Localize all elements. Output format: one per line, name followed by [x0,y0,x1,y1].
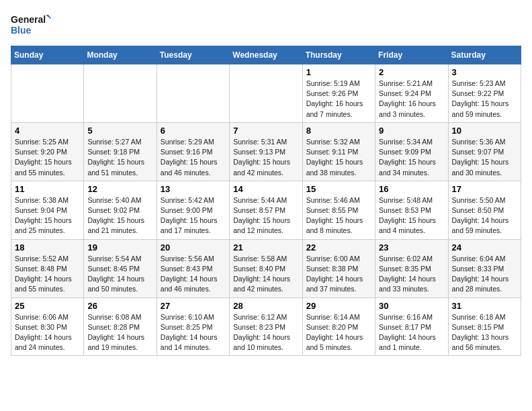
day-header-saturday: Saturday [448,46,521,64]
calendar-cell: 9Sunrise: 5:34 AM Sunset: 9:09 PM Daylig… [375,122,448,181]
day-number: 31 [452,301,517,311]
calendar-cell: 14Sunrise: 5:44 AM Sunset: 8:57 PM Dayli… [230,181,302,239]
calendar-cell: 31Sunrise: 6:18 AM Sunset: 8:15 PM Dayli… [448,298,521,356]
day-info: Sunrise: 5:46 AM Sunset: 8:55 PM Dayligh… [306,195,371,236]
day-header-sunday: Sunday [11,46,84,64]
day-info: Sunrise: 6:04 AM Sunset: 8:33 PM Dayligh… [452,254,517,295]
day-number: 6 [161,126,226,136]
calendar-cell: 17Sunrise: 5:50 AM Sunset: 8:50 PM Dayli… [448,181,521,239]
day-info: Sunrise: 6:08 AM Sunset: 8:28 PM Dayligh… [87,312,152,353]
svg-text:General: General [11,14,46,25]
day-info: Sunrise: 5:56 AM Sunset: 8:43 PM Dayligh… [161,254,226,295]
day-number: 25 [15,301,80,311]
day-number: 9 [379,126,444,136]
logo-svg: General Blue [11,11,51,38]
day-number: 7 [233,126,298,136]
day-info: Sunrise: 5:21 AM Sunset: 9:24 PM Dayligh… [379,79,444,120]
day-number: 16 [379,184,444,194]
day-number: 19 [87,242,152,253]
day-header-thursday: Thursday [302,46,375,64]
day-number: 5 [87,126,152,136]
day-info: Sunrise: 5:34 AM Sunset: 9:09 PM Dayligh… [379,137,444,178]
day-number: 22 [306,242,371,253]
day-info: Sunrise: 5:29 AM Sunset: 9:16 PM Dayligh… [161,137,226,178]
day-info: Sunrise: 5:38 AM Sunset: 9:04 PM Dayligh… [15,195,80,236]
calendar-cell: 23Sunrise: 6:02 AM Sunset: 8:35 PM Dayli… [375,239,448,298]
calendar-cell: 27Sunrise: 6:10 AM Sunset: 8:25 PM Dayli… [157,298,229,356]
day-number: 26 [87,301,152,311]
calendar-cell: 5Sunrise: 5:27 AM Sunset: 9:18 PM Daylig… [84,122,157,181]
calendar-cell [157,64,229,123]
logo: General Blue [11,11,51,38]
day-header-monday: Monday [84,46,157,64]
svg-text:Blue: Blue [11,25,32,36]
calendar-cell: 21Sunrise: 5:58 AM Sunset: 8:40 PM Dayli… [230,239,302,298]
day-info: Sunrise: 6:10 AM Sunset: 8:25 PM Dayligh… [161,312,226,353]
day-info: Sunrise: 5:32 AM Sunset: 9:11 PM Dayligh… [306,137,371,178]
day-number: 4 [15,126,80,136]
day-info: Sunrise: 6:12 AM Sunset: 8:23 PM Dayligh… [233,312,298,353]
day-info: Sunrise: 6:14 AM Sunset: 8:20 PM Dayligh… [306,312,371,353]
day-info: Sunrise: 5:36 AM Sunset: 9:07 PM Dayligh… [452,137,517,178]
day-info: Sunrise: 6:02 AM Sunset: 8:35 PM Dayligh… [379,254,444,295]
day-info: Sunrise: 5:25 AM Sunset: 9:20 PM Dayligh… [15,137,80,178]
day-info: Sunrise: 5:31 AM Sunset: 9:13 PM Dayligh… [233,137,298,178]
calendar-cell: 6Sunrise: 5:29 AM Sunset: 9:16 PM Daylig… [157,122,229,181]
day-number: 10 [452,126,517,136]
calendar-cell: 24Sunrise: 6:04 AM Sunset: 8:33 PM Dayli… [448,239,521,298]
calendar-cell: 13Sunrise: 5:42 AM Sunset: 9:00 PM Dayli… [157,181,229,239]
day-info: Sunrise: 5:52 AM Sunset: 8:48 PM Dayligh… [15,254,80,295]
day-info: Sunrise: 5:40 AM Sunset: 9:02 PM Dayligh… [87,195,152,236]
calendar-week-row: 4Sunrise: 5:25 AM Sunset: 9:20 PM Daylig… [11,122,521,181]
day-number: 11 [15,184,80,194]
day-number: 20 [161,242,226,253]
calendar-cell: 3Sunrise: 5:23 AM Sunset: 9:22 PM Daylig… [448,64,521,123]
calendar-cell: 7Sunrise: 5:31 AM Sunset: 9:13 PM Daylig… [230,122,302,181]
day-info: Sunrise: 5:27 AM Sunset: 9:18 PM Dayligh… [87,137,152,178]
day-number: 15 [306,184,371,194]
day-info: Sunrise: 5:44 AM Sunset: 8:57 PM Dayligh… [233,195,298,236]
page-header: General Blue [11,11,521,38]
day-number: 3 [452,67,517,77]
calendar-cell [11,64,84,123]
calendar-cell: 11Sunrise: 5:38 AM Sunset: 9:04 PM Dayli… [11,181,84,239]
calendar-cell: 29Sunrise: 6:14 AM Sunset: 8:20 PM Dayli… [302,298,375,356]
calendar-cell: 22Sunrise: 6:00 AM Sunset: 8:38 PM Dayli… [302,239,375,298]
day-info: Sunrise: 6:18 AM Sunset: 8:15 PM Dayligh… [452,312,517,353]
calendar-cell: 10Sunrise: 5:36 AM Sunset: 9:07 PM Dayli… [448,122,521,181]
calendar-cell: 2Sunrise: 5:21 AM Sunset: 9:24 PM Daylig… [375,64,448,123]
calendar-cell [84,64,157,123]
calendar-cell [230,64,302,123]
calendar-cell: 28Sunrise: 6:12 AM Sunset: 8:23 PM Dayli… [230,298,302,356]
calendar-cell: 30Sunrise: 6:16 AM Sunset: 8:17 PM Dayli… [375,298,448,356]
day-number: 14 [233,184,298,194]
day-number: 23 [379,242,444,253]
day-number: 13 [161,184,226,194]
day-info: Sunrise: 5:54 AM Sunset: 8:45 PM Dayligh… [87,254,152,295]
calendar-cell: 16Sunrise: 5:48 AM Sunset: 8:53 PM Dayli… [375,181,448,239]
calendar-week-row: 18Sunrise: 5:52 AM Sunset: 8:48 PM Dayli… [11,239,521,298]
day-number: 8 [306,126,371,136]
calendar-cell: 12Sunrise: 5:40 AM Sunset: 9:02 PM Dayli… [84,181,157,239]
day-number: 18 [15,242,80,253]
calendar-cell: 20Sunrise: 5:56 AM Sunset: 8:43 PM Dayli… [157,239,229,298]
day-info: Sunrise: 5:42 AM Sunset: 9:00 PM Dayligh… [161,195,226,236]
calendar-cell: 4Sunrise: 5:25 AM Sunset: 9:20 PM Daylig… [11,122,84,181]
calendar-cell: 18Sunrise: 5:52 AM Sunset: 8:48 PM Dayli… [11,239,84,298]
calendar-table: SundayMondayTuesdayWednesdayThursdayFrid… [11,46,521,356]
day-header-friday: Friday [375,46,448,64]
day-header-tuesday: Tuesday [157,46,229,64]
day-info: Sunrise: 5:50 AM Sunset: 8:50 PM Dayligh… [452,195,517,236]
day-number: 2 [379,67,444,77]
day-number: 1 [306,67,371,77]
day-info: Sunrise: 5:23 AM Sunset: 9:22 PM Dayligh… [452,79,517,120]
calendar-cell: 26Sunrise: 6:08 AM Sunset: 8:28 PM Dayli… [84,298,157,356]
day-number: 24 [452,242,517,253]
day-info: Sunrise: 6:00 AM Sunset: 8:38 PM Dayligh… [306,254,371,295]
calendar-cell: 25Sunrise: 6:06 AM Sunset: 8:30 PM Dayli… [11,298,84,356]
day-number: 30 [379,301,444,311]
calendar-cell: 19Sunrise: 5:54 AM Sunset: 8:45 PM Dayli… [84,239,157,298]
calendar-cell: 1Sunrise: 5:19 AM Sunset: 9:26 PM Daylig… [302,64,375,123]
day-number: 17 [452,184,517,194]
day-header-wednesday: Wednesday [230,46,302,64]
